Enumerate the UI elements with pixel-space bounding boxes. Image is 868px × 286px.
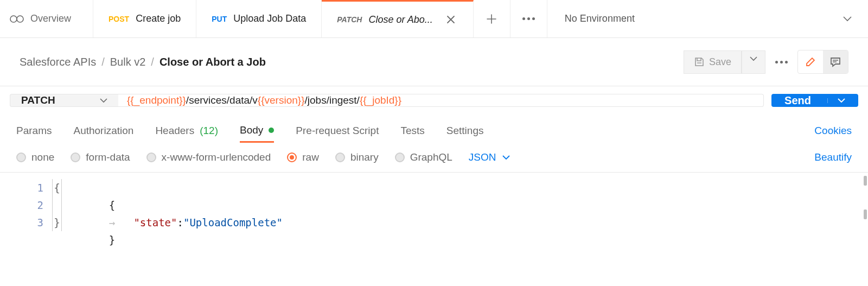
url-part-plain: /jobs/ingest/ [305,94,360,106]
body-language-select[interactable]: JSON [469,151,510,163]
tab-tests[interactable]: Tests [400,119,424,142]
headers-count: (12) [200,125,218,137]
environment-label: No Environment [565,13,635,24]
method-badge: POST [108,15,129,23]
url-row: PATCH {{_endpoint}} /services/data/v {{v… [0,86,868,113]
save-icon [694,56,705,67]
tab-authorization[interactable]: Authorization [73,119,133,142]
tab-pre-request[interactable]: Pre-request Script [296,119,379,142]
breadcrumb-root[interactable]: Salesforce APIs [20,56,96,68]
tab-title: Upload Job Data [233,13,306,24]
tab-upload-job-data[interactable]: PUT Upload Job Data [196,0,322,37]
new-tab-button[interactable] [474,0,510,37]
overview-icon [10,14,24,24]
chevron-down-icon [502,155,510,160]
body-type-form-data[interactable]: form-data [71,151,130,163]
radio-icon [335,152,345,162]
beautify-button[interactable]: Beautify [814,151,852,163]
fold-column: { } [52,173,62,253]
tab-close-or-abort[interactable]: PATCH Close or Abo... [322,0,474,37]
environment-selector[interactable]: No Environment [547,0,868,37]
code-area[interactable]: { → "state":"UploadComplete" } [62,173,868,253]
request-tabs: Params Authorization Headers (12) Body P… [0,113,868,143]
view-mode-group [797,50,848,74]
breadcrumb-sep: / [101,56,105,68]
breadcrumb-sep: / [151,56,154,68]
dots-icon [775,61,788,63]
tab-overflow-button[interactable] [510,0,547,37]
overview-tab[interactable]: Overview [0,0,93,37]
method-badge: PUT [212,15,227,23]
body-type-graphql[interactable]: GraphQL [395,151,452,163]
body-type-binary[interactable]: binary [335,151,379,163]
svg-point-1 [17,16,23,22]
url-part-var: {{_endpoint}} [127,94,186,106]
send-button[interactable]: Send [771,94,858,107]
body-type-raw[interactable]: raw [287,151,319,163]
close-tab-button[interactable] [444,12,458,27]
send-label: Send [784,94,811,107]
dots-icon [522,17,535,20]
radio-icon [287,152,297,162]
tab-body[interactable]: Body [240,119,274,143]
tab-params[interactable]: Params [16,119,52,142]
comment-mode-button[interactable] [823,50,848,73]
tab-create-job[interactable]: POST Create job [93,0,196,37]
radio-icon [71,152,80,162]
method-badge: PATCH [337,15,362,24]
edit-mode-button[interactable] [798,50,823,73]
tab-bar: Overview POST Create job PUT Upload Job … [0,0,868,38]
breadcrumb-current: Close or Abort a Job [159,56,266,68]
header-row: Salesforce APIs / Bulk v2 / Close or Abo… [0,38,868,86]
line-gutter: 1 2 3 [0,173,52,253]
body-editor[interactable]: 1 2 3 { } { → "state":"UploadComplete" } [0,172,868,253]
tab-title: Close or Abo... [368,14,432,26]
method-value: PATCH [21,94,55,106]
svg-point-0 [10,16,17,22]
url-part-plain: /services/data/v [186,94,258,106]
chevron-down-icon [843,16,852,22]
cookies-link[interactable]: Cookies [814,119,852,142]
tab-title: Create job [136,13,181,24]
url-input[interactable]: {{_endpoint}} /services/data/v {{version… [118,94,764,107]
body-type-selector: none form-data x-www-form-urlencoded raw… [0,143,868,169]
save-label: Save [709,56,731,68]
url-part-var: {{_jobId}} [360,94,401,106]
tab-headers[interactable]: Headers (12) [155,119,218,142]
code-line: { [72,179,859,196]
body-indicator-dot [269,128,274,133]
radio-icon [146,152,156,162]
url-part-var: {{version}} [258,94,305,106]
chevron-down-icon [100,98,107,103]
code-line: → "state":"UploadComplete" [72,196,859,214]
more-actions-button[interactable] [775,61,788,63]
save-button[interactable]: Save [684,50,742,74]
header-actions: Save [684,50,848,74]
body-type-urlencoded[interactable]: x-www-form-urlencoded [146,151,271,163]
radio-icon [395,152,405,162]
breadcrumb-folder[interactable]: Bulk v2 [110,56,146,68]
radio-icon [16,152,26,162]
http-method-select[interactable]: PATCH [10,94,118,107]
send-dropdown[interactable] [827,98,845,103]
overview-label: Overview [30,13,71,24]
tab-settings[interactable]: Settings [446,119,484,142]
breadcrumb: Salesforce APIs / Bulk v2 / Close or Abo… [20,56,266,68]
body-type-none[interactable]: none [16,151,54,163]
scroll-indicator [863,173,868,253]
save-dropdown[interactable] [742,50,765,74]
